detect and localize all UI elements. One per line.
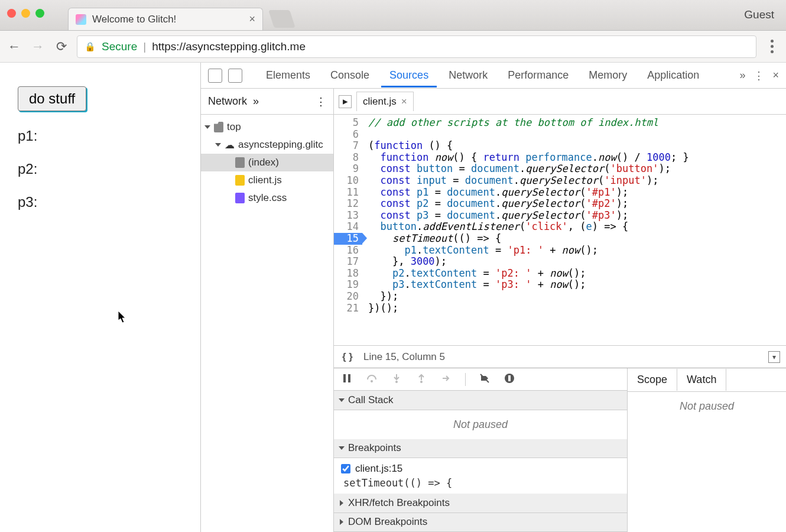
navigator-menu-icon[interactable]: ⋮ (316, 95, 326, 108)
url-separator: | (143, 40, 146, 53)
tree-top[interactable]: top (201, 118, 333, 136)
svg-rect-6 (508, 375, 511, 381)
close-editor-tab-icon[interactable]: × (401, 96, 407, 108)
traffic-lights (7, 9, 44, 18)
navigator-more-icon[interactable]: » (253, 95, 259, 108)
svg-rect-0 (343, 374, 346, 382)
breakpoint-checkbox[interactable] (341, 464, 350, 473)
page-content: do stuff p1: p2: p3: (0, 63, 201, 532)
new-tab-button[interactable] (268, 10, 295, 28)
scope-tab[interactable]: Scope (628, 369, 677, 391)
code-text[interactable]: // add other scripts at the bottom of in… (362, 115, 786, 345)
window-titlebar: Welcome to Glitch! × Guest (0, 0, 786, 31)
devtools-menu-icon[interactable]: ⋮ (753, 69, 764, 82)
p2-label: p2: (18, 161, 183, 177)
scope-watch-tabs: Scope Watch (628, 368, 786, 392)
pause-icon[interactable] (341, 372, 353, 386)
deactivate-breakpoints-icon[interactable] (479, 372, 491, 386)
svg-rect-1 (348, 374, 350, 382)
devtools-tabs: Elements Console Sources Network Perform… (201, 63, 786, 89)
tab-console[interactable]: Console (322, 63, 378, 87)
dom-breakpoints-header[interactable]: DOM Breakpoints (334, 513, 627, 532)
p3-label: p3: (18, 194, 183, 210)
browser-menu-icon[interactable] (764, 40, 780, 53)
step-icon[interactable] (440, 372, 452, 386)
file-tree: top ☁asyncstepping.glitc (index) client.… (201, 115, 333, 532)
cursor-position: Line 15, Column 5 (363, 351, 445, 363)
favicon-icon (76, 14, 86, 25)
back-button[interactable]: ← (6, 38, 22, 55)
cursor-icon (118, 311, 128, 324)
lock-icon: 🔒 (85, 41, 96, 52)
svg-point-2 (371, 380, 373, 382)
xhr-breakpoints-header[interactable]: XHR/fetch Breakpoints (334, 494, 627, 512)
cloud-icon: ☁ (225, 139, 235, 151)
address-bar: ← → ⟳ 🔒 Secure | https://asyncstepping.g… (0, 31, 786, 63)
step-over-icon[interactable] (366, 372, 378, 386)
close-tab-icon[interactable]: × (249, 13, 255, 25)
url-text: https://asyncstepping.glitch.me (152, 40, 306, 53)
editor-tab-clientjs[interactable]: client.js× (356, 92, 414, 111)
minimize-window-icon[interactable] (21, 9, 30, 18)
navigator-tab-network[interactable]: Network (208, 95, 247, 108)
devtools-panel: Elements Console Sources Network Perform… (201, 63, 786, 532)
debugger-controls (334, 368, 627, 391)
close-devtools-icon[interactable]: × (772, 69, 779, 82)
forward-button: → (30, 38, 46, 55)
pause-exceptions-icon[interactable] (504, 372, 515, 386)
secure-label: Secure (102, 40, 137, 53)
call-stack-header[interactable]: Call Stack (334, 391, 627, 410)
p1-label: p1: (18, 128, 183, 144)
navigator-tabs: Network » ⋮ (201, 89, 333, 115)
code-editor[interactable]: 56789101112131415161718192021 // add oth… (334, 115, 786, 345)
line-gutter[interactable]: 56789101112131415161718192021 (334, 115, 362, 345)
profile-label[interactable]: Guest (744, 8, 774, 21)
tree-domain[interactable]: ☁asyncstepping.glitc (201, 136, 333, 154)
call-stack-empty: Not paused (334, 410, 627, 439)
step-out-icon[interactable] (415, 372, 427, 386)
show-navigator-icon[interactable]: ▸ (339, 95, 352, 108)
close-window-icon[interactable] (7, 9, 16, 18)
tree-file-clientjs[interactable]: client.js (201, 171, 333, 189)
tab-memory[interactable]: Memory (580, 63, 635, 87)
reload-button[interactable]: ⟳ (53, 38, 70, 55)
browser-tab[interactable]: Welcome to Glitch! × (68, 8, 263, 30)
pretty-print-icon[interactable]: { } (342, 351, 353, 363)
tab-application[interactable]: Application (639, 63, 707, 87)
status-dropdown-icon[interactable]: ▾ (768, 351, 780, 363)
tab-title: Welcome to Glitch! (92, 14, 176, 25)
tab-elements[interactable]: Elements (258, 63, 319, 87)
svg-point-3 (395, 381, 398, 383)
tab-network[interactable]: Network (440, 63, 496, 87)
device-toolbar-icon[interactable] (228, 69, 242, 83)
tab-sources[interactable]: Sources (381, 63, 437, 87)
omnibox[interactable]: 🔒 Secure | https://asyncstepping.glitch.… (77, 35, 756, 58)
editor-tabs: ▸ client.js× (334, 89, 786, 115)
tab-strip: Welcome to Glitch! × (68, 0, 293, 30)
tree-file-stylecss[interactable]: style.css (201, 189, 333, 207)
scope-empty: Not paused (628, 392, 786, 421)
breakpoint-code: setTimeout(() => { (341, 477, 620, 489)
inspect-element-icon[interactable] (208, 69, 222, 83)
step-into-icon[interactable] (391, 372, 402, 386)
svg-point-4 (420, 381, 423, 383)
editor-status-bar: { } Line 15, Column 5 ▾ (334, 345, 786, 368)
watch-tab[interactable]: Watch (677, 369, 726, 391)
debugger-bottom: Call Stack Not paused Breakpoints client… (334, 368, 786, 532)
breakpoint-row[interactable]: client.js:15 setTimeout(() => { (334, 458, 627, 494)
navigator-column: Network » ⋮ top ☁asyncstepping.glitc (in… (201, 89, 334, 532)
tab-performance[interactable]: Performance (499, 63, 577, 87)
breakpoint-marker[interactable]: 15 (334, 233, 362, 245)
tree-file-index[interactable]: (index) (201, 154, 333, 171)
maximize-window-icon[interactable] (35, 9, 44, 18)
do-stuff-button[interactable]: do stuff (18, 86, 86, 111)
breakpoints-header[interactable]: Breakpoints (334, 439, 627, 458)
more-tabs-icon[interactable]: » (739, 69, 745, 82)
editor-column: ▸ client.js× 567891011121314151617181920… (334, 89, 786, 532)
